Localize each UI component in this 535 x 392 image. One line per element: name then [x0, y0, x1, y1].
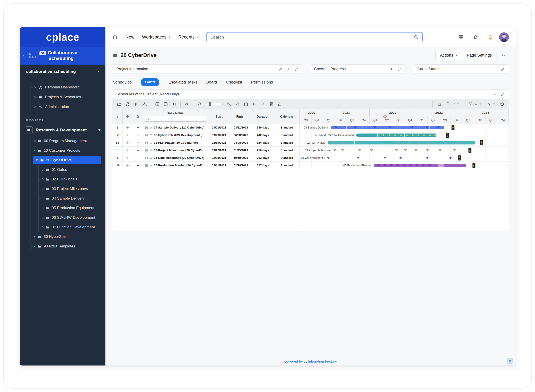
gantt-bar[interactable] [374, 164, 466, 167]
quarter-header[interactable]: Q2 [335, 116, 346, 124]
tree-item-05-production-equipment[interactable]: 05 Production Equipment [38, 203, 105, 213]
expand-row-icon[interactable] [145, 156, 148, 159]
tab-gantt[interactable]: Gantt [141, 78, 159, 86]
zoom-slider-handle[interactable] [209, 102, 211, 106]
expand-row-icon[interactable] [145, 164, 148, 167]
gantt-bar[interactable] [328, 141, 475, 144]
tree-item-06-sw-hw-development[interactable]: 06 SW-/HW-Development [38, 213, 105, 223]
expand-icon[interactable] [501, 67, 505, 71]
card-checklist-progress[interactable]: Checklist Progress [310, 64, 406, 74]
milestone-icon[interactable] [411, 134, 414, 136]
actions-button[interactable]: Actions [436, 50, 462, 60]
milestone-icon[interactable] [398, 141, 401, 144]
add-icon[interactable] [286, 67, 290, 71]
more-options-button[interactable] [500, 51, 509, 60]
zoom-in-button[interactable] [225, 100, 233, 108]
row-task[interactable]: 02 PDP Phasis [20 CyberDrive] [143, 139, 208, 146]
row-schedule-direction[interactable] [133, 154, 143, 162]
quarter-header[interactable]: Q4 [312, 116, 323, 124]
row-task[interactable]: 01 Gate Milestones [20 CyberDrive] [143, 154, 208, 162]
quarter-header[interactable]: Q1 [323, 116, 335, 124]
search-input[interactable] [210, 35, 411, 40]
hierarchy-button[interactable] [140, 100, 148, 108]
tab-checklist[interactable]: Checklist [226, 80, 242, 85]
forward-button[interactable] [259, 100, 267, 108]
traffic-light-icon[interactable] [472, 163, 475, 168]
open-button[interactable] [115, 100, 123, 108]
history-button[interactable] [498, 100, 506, 108]
tree-item-30-hyperstar[interactable]: 30 HyperStar [31, 232, 105, 242]
milestone-icon[interactable] [428, 164, 431, 167]
milestone-icon[interactable] [334, 126, 337, 129]
table-row[interactable]: 3806 Hybrid SW-/HW-Development [20 Cyber… [112, 131, 300, 139]
nav-workspaces[interactable]: Workspaces [142, 34, 171, 40]
row-task[interactable]: 05 Production Planing [20 CyberDrive] [143, 162, 208, 169]
milestone-icon[interactable] [427, 141, 430, 144]
quarter-header[interactable]: Q4 [497, 116, 509, 124]
milestone-icon[interactable] [417, 134, 420, 136]
quarter-header[interactable]: Q3 [486, 116, 497, 124]
row-schedule-direction[interactable] [133, 147, 143, 154]
column-header-start[interactable]: Start [208, 109, 230, 124]
milestone-icon[interactable] [403, 164, 406, 167]
collapse-panel-icon[interactable] [493, 93, 497, 96]
milestone-icon[interactable] [422, 164, 425, 167]
milestone-icon[interactable] [333, 149, 336, 151]
milestone-icon[interactable] [399, 157, 402, 159]
milestone-icon[interactable] [426, 157, 429, 159]
sidebar-collapse-icon[interactable]: ‹ [22, 53, 26, 58]
row-move-handle[interactable] [123, 147, 133, 154]
milestone-icon[interactable] [417, 141, 421, 144]
sidebar-item-projects-schedules[interactable]: Projects & Schedules [31, 92, 105, 102]
quarter-header[interactable]: Q3 [393, 116, 404, 124]
milestone-icon[interactable] [356, 157, 360, 159]
list-icon[interactable] [149, 164, 152, 167]
sidebar-item-administration[interactable]: Administration [31, 102, 105, 112]
row-task[interactable]: 03 Project Milestones [20 CyberDrive] [143, 147, 208, 154]
milestone-icon[interactable] [388, 126, 391, 129]
quarter-header[interactable]: Q2 [474, 116, 486, 124]
milestone-icon[interactable] [341, 141, 344, 144]
list-icon[interactable] [149, 156, 152, 159]
task-filter-input[interactable] [151, 117, 205, 121]
row-move-handle[interactable] [123, 162, 133, 169]
card-cards-status[interactable]: Cards Status [413, 64, 509, 74]
task-filter[interactable] [145, 116, 206, 121]
row-move-handle[interactable] [123, 131, 133, 139]
quarter-header[interactable]: Q2 [381, 116, 393, 124]
column-header-num[interactable]: # [112, 109, 123, 124]
column-header-move[interactable] [123, 109, 133, 124]
expand-icon[interactable] [294, 67, 298, 71]
nav-recents[interactable]: Recents [178, 34, 199, 40]
list-icon[interactable] [149, 134, 152, 137]
milestone-icon[interactable] [388, 134, 391, 136]
milestone-icon[interactable] [400, 134, 402, 136]
quarter-header[interactable]: Q3 [439, 116, 451, 124]
filter-button[interactable]: Filter [444, 102, 461, 106]
home-icon[interactable] [112, 34, 118, 40]
column-header-duration[interactable]: Duration [252, 109, 274, 124]
jump-end-button[interactable] [170, 100, 178, 108]
quarter-header[interactable]: Q3 [300, 116, 312, 124]
table-row[interactable]: 11101 Gate Milestones [20 CyberDrive]02/… [112, 154, 300, 162]
quarter-header[interactable]: Q4 [404, 116, 416, 124]
milestone-icon[interactable] [453, 149, 456, 151]
eraser-button[interactable] [183, 100, 191, 108]
milestone-icon[interactable] [382, 134, 385, 136]
column-header-alerts[interactable] [133, 109, 143, 124]
quarter-header[interactable]: Q4 [451, 116, 462, 124]
zoom-slider[interactable] [206, 103, 223, 105]
tree-root-research-development[interactable]: Research & Development [20, 124, 105, 136]
traffic-light-icon[interactable] [452, 125, 455, 130]
powered-by-link[interactable]: powered by collaboration Factory [284, 359, 337, 364]
milestone-icon[interactable] [409, 164, 412, 167]
expand-panel-icon[interactable] [501, 93, 505, 96]
table-row[interactable]: 8103 Project Milestones [20 CyberDrive]0… [112, 147, 300, 154]
expand-row-icon[interactable] [145, 149, 148, 152]
tree-item-04-sample-delivery[interactable]: 04 Sample Delivery [38, 194, 105, 203]
expand-all-button[interactable] [153, 100, 161, 108]
favorites-menu[interactable] [473, 34, 482, 40]
row-task[interactable]: 04 Sample Delivery [20 CyberDrive] [143, 124, 208, 131]
milestone-icon[interactable] [416, 164, 419, 167]
tree-item-00-program-management[interactable]: 00 Program Management [31, 136, 105, 146]
